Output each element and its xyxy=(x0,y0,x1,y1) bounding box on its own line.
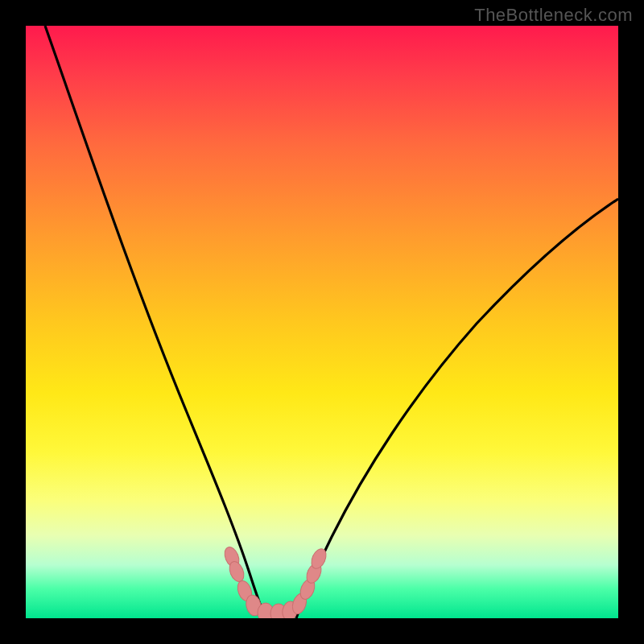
right-curve xyxy=(296,199,618,618)
valley-markers xyxy=(222,545,329,618)
left-curve xyxy=(45,26,266,618)
watermark-text: TheBottleneck.com xyxy=(474,5,633,26)
plot-area xyxy=(26,26,618,618)
curve-overlay xyxy=(26,26,618,618)
chart-frame: TheBottleneck.com xyxy=(0,0,644,644)
